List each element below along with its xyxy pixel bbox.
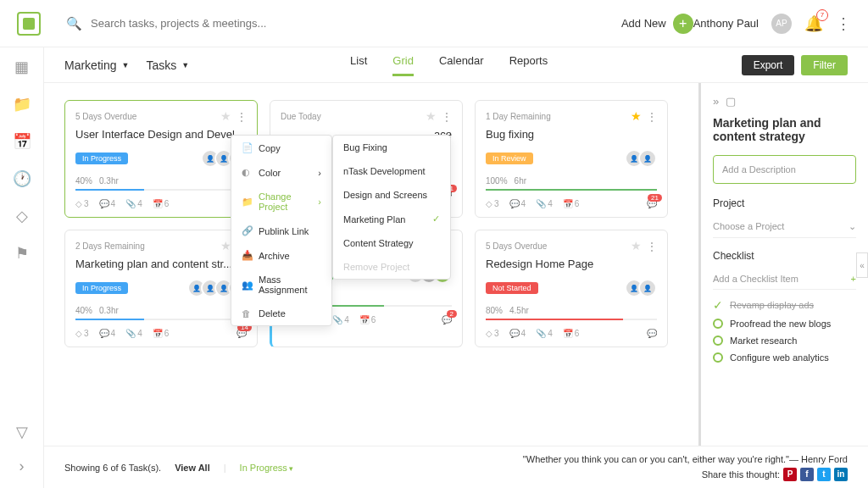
comments-count: 💬4: [99, 329, 116, 338]
topbar: 🔍 Add New + Anthony Paul AP 🔔7 ⋮: [0, 0, 868, 47]
submenu-item[interactable]: Content Strategy: [333, 231, 450, 255]
due-label: 2 Days Remaining: [75, 241, 145, 251]
search-icon[interactable]: 🔍: [66, 16, 82, 31]
submenu-item[interactable]: Bug Fixing: [333, 136, 450, 159]
status-badge: In Progress: [75, 152, 128, 164]
facebook-icon[interactable]: f: [800, 468, 814, 481]
checkbox-icon[interactable]: [713, 319, 723, 329]
folder-icon: 📁: [242, 197, 252, 208]
task-card[interactable]: 5 Days Overdue★⋮ Redesign Home Page Not …: [475, 230, 668, 347]
status-badge: In Progress: [75, 282, 128, 294]
attachments-count: 📎4: [536, 199, 553, 208]
nav-issues-icon[interactable]: ◇: [13, 207, 31, 225]
chat-icon[interactable]: 💬: [647, 329, 657, 338]
copy-icon: 📄: [242, 142, 252, 153]
view-calendar[interactable]: Calendar: [439, 54, 484, 76]
card-title: Bug fixing: [486, 128, 657, 141]
twitter-icon[interactable]: t: [817, 468, 831, 481]
window-icon[interactable]: ▢: [726, 95, 736, 108]
star-icon[interactable]: ★: [220, 109, 231, 123]
export-button[interactable]: Export: [742, 55, 795, 75]
progress-pct: 40%: [75, 306, 92, 315]
linkedin-icon[interactable]: in: [834, 468, 848, 481]
submenu-item[interactable]: Design and Screens: [333, 183, 450, 207]
ctx-mass-assignment[interactable]: 👥Mass Assignment: [231, 268, 331, 302]
collapse-icon[interactable]: ›: [13, 457, 31, 475]
filter-inprogress[interactable]: In Progress▾: [240, 463, 293, 473]
submenu-item[interactable]: Marketing Plan✓: [333, 207, 450, 231]
card-more-icon[interactable]: ⋮: [647, 111, 657, 123]
chat-icon[interactable]: 💬14: [236, 329, 247, 338]
date-count: 📅6: [153, 199, 170, 208]
link-icon: 🔗: [242, 225, 252, 236]
chat-icon[interactable]: 💬21: [647, 199, 657, 208]
filter-button[interactable]: Filter: [801, 55, 848, 75]
detail-panel: »▢ Marketing plan and content strategy A…: [698, 83, 868, 488]
task-card[interactable]: 2 Days Remaining★⋮ Marketing plan and co…: [64, 230, 258, 347]
chat-badge: 21: [648, 194, 662, 202]
view-all-link[interactable]: View All: [175, 463, 210, 473]
task-card[interactable]: 1 Day Remaining★⋮ Bug fixing In Review👤👤…: [475, 100, 668, 218]
submenu-item[interactable]: nTask Development: [333, 159, 450, 183]
pinterest-icon[interactable]: P: [783, 468, 797, 481]
add-new-button[interactable]: +: [673, 14, 693, 34]
nav-folder-icon[interactable]: 📁: [13, 95, 31, 114]
notifications-icon[interactable]: 🔔7: [804, 14, 823, 33]
ctx-publink[interactable]: 🔗Publink Link: [231, 219, 331, 243]
detail-title: Marketing plan and content strategy: [713, 116, 856, 143]
project-select[interactable]: Choose a Project⌄: [713, 216, 856, 238]
add-checklist-input[interactable]: Add a Checklist Item+: [713, 269, 856, 290]
date-count: 📅6: [563, 199, 580, 208]
search-input[interactable]: [91, 17, 345, 30]
nav-time-icon[interactable]: 🕐: [13, 169, 31, 188]
view-reports[interactable]: Reports: [509, 54, 548, 76]
nav-calendar-icon[interactable]: 📅: [13, 132, 31, 151]
task-card[interactable]: 5 Days Overdue★⋮ User Interface Design a…: [64, 100, 258, 218]
comments-count: 💬4: [99, 199, 116, 208]
assignee-avatar[interactable]: 👤: [638, 149, 657, 168]
checkbox-icon[interactable]: [713, 336, 723, 346]
star-icon[interactable]: ★: [631, 239, 642, 252]
assignee-avatar[interactable]: 👤: [638, 279, 657, 297]
nav-risks-icon[interactable]: ⚑: [13, 244, 31, 263]
progress-hrs: 0.3hr: [99, 176, 119, 186]
ctx-color[interactable]: ◐Color›: [231, 160, 331, 185]
attachments-count: 📎4: [536, 329, 553, 338]
ctx-delete[interactable]: 🗑Delete: [231, 302, 331, 325]
checkbox-icon[interactable]: [713, 352, 723, 363]
star-icon[interactable]: ★: [631, 109, 642, 123]
ctx-copy[interactable]: 📄Copy: [231, 136, 331, 160]
more-icon[interactable]: ⋮: [836, 14, 851, 33]
left-sidebar: ▦ 📁 📅 🕐 ◇ ⚑ ▽ ›: [0, 47, 44, 488]
ctx-change-project[interactable]: 📁Change Project›: [231, 185, 331, 219]
view-list[interactable]: List: [350, 54, 367, 76]
description-input[interactable]: Add a Description: [713, 155, 856, 184]
card-title: Marketing plan and content str...: [75, 258, 247, 270]
card-more-icon[interactable]: ⋮: [647, 241, 657, 252]
expand-icon[interactable]: »: [713, 95, 719, 108]
ctx-archive[interactable]: 📥Archive: [231, 243, 331, 268]
attachments-count: 📎4: [125, 199, 142, 208]
progress-hrs: 4.5hr: [509, 306, 529, 315]
quote-text: "Whether you think you can or you can't,…: [523, 454, 848, 464]
progress-pct: 100%: [486, 176, 508, 186]
app-logo[interactable]: [17, 12, 41, 36]
panel-collapse-icon[interactable]: «: [856, 252, 868, 278]
chat-icon[interactable]: 💬2: [442, 315, 452, 324]
due-label: 5 Days Overdue: [486, 241, 547, 251]
breadcrumb-project[interactable]: Marketing▼: [64, 58, 129, 72]
checklist-item[interactable]: Market research: [713, 336, 856, 346]
submenu-remove[interactable]: Remove Project: [333, 255, 450, 279]
date-count: 📅6: [563, 329, 580, 338]
breadcrumb-section[interactable]: Tasks▼: [146, 58, 189, 72]
card-more-icon[interactable]: ⋮: [236, 111, 247, 123]
checklist-item[interactable]: Proofread the new blogs: [713, 319, 856, 329]
checklist-item[interactable]: Configure web analytics: [713, 352, 856, 363]
filter-icon[interactable]: ▽: [13, 423, 31, 441]
star-icon[interactable]: ★: [426, 109, 437, 123]
checklist-item[interactable]: ✓Revamp display ads: [713, 298, 856, 312]
nav-projects-icon[interactable]: ▦: [13, 58, 31, 76]
card-more-icon[interactable]: ⋮: [442, 111, 452, 123]
user-avatar[interactable]: AP: [771, 14, 792, 34]
view-grid[interactable]: Grid: [392, 54, 414, 76]
